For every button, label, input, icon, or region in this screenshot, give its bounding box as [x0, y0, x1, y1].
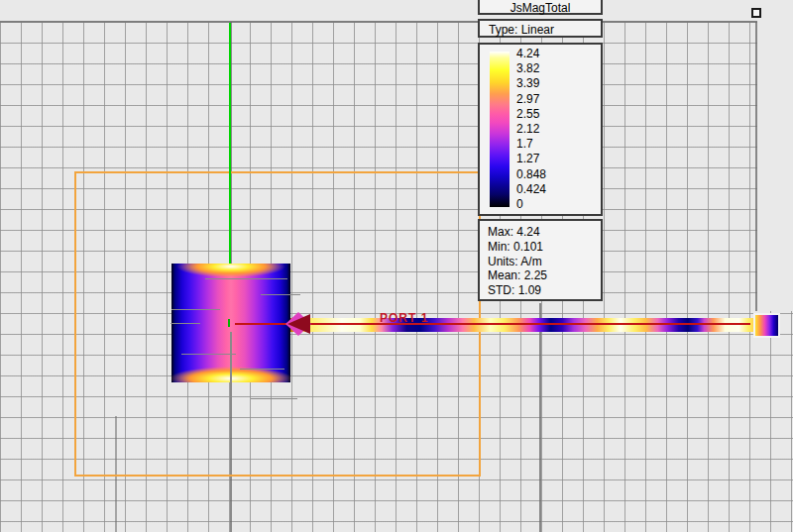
mesh-edge	[261, 294, 300, 295]
scale-value: 1.7	[516, 138, 597, 150]
colorbar-values: 4.24 3.82 3.39 2.97 2.55 2.12 1.7 1.27 0…	[516, 48, 597, 210]
port-label: PORT 1	[380, 311, 428, 325]
scale-value: 3.82	[516, 62, 597, 74]
field-plot-window: PORT 1 JsMagTotal Type: Linear 4.24 3.82…	[0, 0, 793, 532]
mesh-boundary-blank	[757, 22, 793, 311]
stat-std: STD: 1.09	[488, 283, 601, 298]
scale-value: 0.424	[516, 183, 597, 195]
stat-units: Units: A/m	[488, 255, 601, 269]
selection-handle[interactable]	[751, 8, 761, 18]
legend-color-scale[interactable]: 4.24 3.82 3.39 2.97 2.55 2.12 1.7 1.27 0…	[478, 43, 603, 216]
mesh-boundary-edge	[755, 22, 757, 311]
legend-title[interactable]: JsMagTotal	[478, 0, 603, 15]
legend-statistics[interactable]: Max: 4.24 Min: 0.101 Units: A/m Mean: 2.…	[478, 219, 603, 301]
airbox-top-edge	[0, 21, 757, 23]
feedline-current-density-plot[interactable]	[290, 318, 755, 332]
legend-scale-type[interactable]: Type: Linear	[478, 19, 603, 38]
scale-value: 2.12	[516, 123, 597, 135]
scale-value: 0.848	[516, 168, 597, 180]
colorbar	[490, 52, 510, 207]
scale-value: 1.27	[516, 153, 597, 164]
mesh-edge	[181, 354, 236, 355]
scale-value: 2.55	[516, 108, 597, 120]
feed-point-marker	[228, 319, 230, 327]
waveport-plot[interactable]	[755, 315, 778, 336]
mesh-edge	[240, 369, 284, 370]
stat-min: Min: 0.101	[488, 240, 601, 255]
stat-mean: Mean: 2.25	[488, 268, 601, 283]
port-excitation-arrow-icon[interactable]	[282, 309, 315, 339]
scale-value: 0	[516, 198, 597, 210]
scale-value: 3.39	[516, 77, 597, 89]
scale-value: 4.24	[516, 48, 597, 59]
axis-line	[229, 23, 231, 264]
mesh-edge	[171, 309, 220, 310]
mesh-edge	[230, 332, 232, 417]
scale-value: 2.97	[516, 93, 597, 105]
stat-max: Max: 4.24	[488, 225, 601, 240]
mesh-edge	[170, 323, 200, 324]
mesh-edge	[205, 278, 287, 279]
airbox-right-edge	[539, 303, 541, 532]
mesh-edge	[251, 398, 297, 399]
